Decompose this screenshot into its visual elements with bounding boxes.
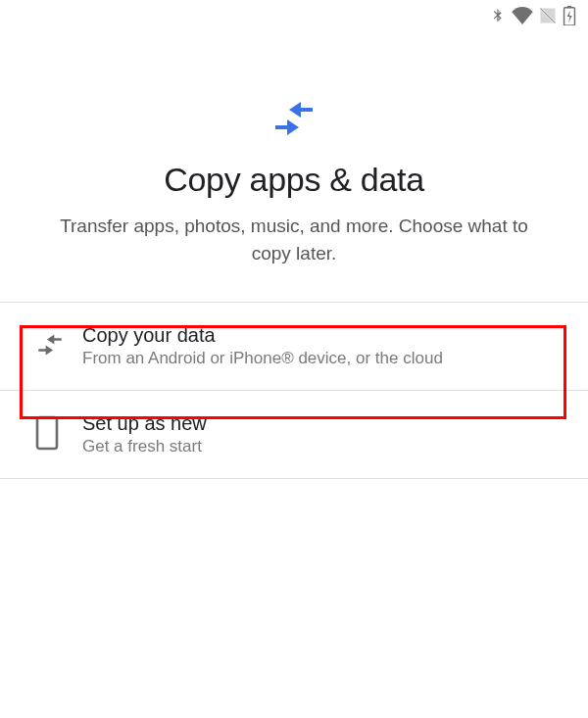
transfer-arrows-icon [35, 332, 65, 361]
options-list: Copy your data From an Android or iPhone… [0, 302, 588, 479]
svg-rect-1 [564, 8, 575, 25]
wifi-icon [512, 7, 533, 24]
phone-outline-icon [35, 415, 59, 455]
option-new-subtitle: Get a fresh start [82, 437, 557, 456]
status-bar [0, 0, 588, 27]
option-new-title: Set up as new [82, 412, 557, 435]
svg-rect-3 [37, 417, 57, 449]
bluetooth-icon [490, 6, 506, 25]
option-copy-your-data[interactable]: Copy your data From an Android or iPhone… [0, 302, 588, 390]
option-copy-title: Copy your data [82, 324, 557, 347]
page-subtitle: Transfer apps, photos, music, and more. … [47, 213, 541, 266]
battery-charging-icon [563, 6, 576, 25]
option-copy-subtitle: From an Android or iPhone® device, or th… [82, 349, 557, 368]
signal-disabled-icon [539, 7, 557, 24]
option-set-up-as-new[interactable]: Set up as new Get a fresh start [0, 390, 588, 479]
svg-rect-2 [567, 6, 572, 8]
transfer-hero-icon [0, 98, 588, 139]
page-title: Copy apps & data [0, 161, 588, 199]
